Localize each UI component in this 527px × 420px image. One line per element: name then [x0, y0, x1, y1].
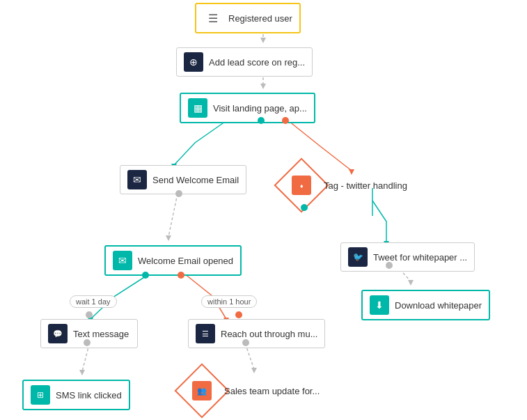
svg-line-6 [168, 194, 178, 237]
sms-icon: 💬 [48, 324, 68, 343]
svg-marker-10 [408, 280, 414, 286]
send-welcome-email-node[interactable]: ✉ Send Welcome Email [120, 165, 246, 194]
reach-out-label: Reach out through mu... [221, 329, 317, 339]
connector-dot-tweet-bottom [386, 262, 393, 269]
send-welcome-email-label: Send Welcome Email [152, 175, 239, 185]
svg-marker-1 [260, 38, 266, 43]
sms-link-clicked-node[interactable]: ⊞ SMS link clicked [22, 380, 130, 410]
svg-marker-14 [79, 370, 85, 375]
connector-dot-visit-orange [282, 117, 289, 124]
wait-1-day-label: wait 1 day [70, 295, 117, 308]
sms-link-clicked-label: SMS link clicked [56, 390, 122, 400]
connector-dot-opened-orange [178, 272, 184, 279]
connector-dot-welcome-bottom [175, 190, 182, 197]
sales-team-update-node[interactable]: 👥 Sales team update for... [182, 371, 343, 410]
download-icon: ⬇ [370, 295, 389, 315]
connector-dot-text-bottom [84, 339, 91, 346]
download-whitepaper-label: Download whitepaper [395, 300, 482, 311]
person-group-icon: 👥 [192, 381, 212, 400]
connector-dot-opened-teal [142, 272, 149, 279]
connector-dot-text-top [86, 311, 93, 318]
connector-dot-reach-bottom [242, 339, 249, 346]
connector-dot-visit-teal [258, 117, 265, 124]
reach-out-icon: ☰ [196, 324, 215, 343]
download-whitepaper-node[interactable]: ⬇ Download whitepaper [361, 290, 490, 320]
envelope-open-icon: ✉ [113, 251, 132, 270]
connector-dot-tag-bottom [301, 204, 308, 211]
visit-landing-page-node[interactable]: ▦ Visit landing page, ap... [180, 93, 315, 123]
connector-dot-reach-top [235, 311, 242, 318]
within-1-hour-label: within 1 hour [201, 295, 257, 308]
text-message-label: Text message [73, 329, 129, 339]
sales-team-update-label: Sales team update for... [224, 386, 320, 396]
tag-icon: ⬧ [292, 176, 311, 195]
plus-circle-icon: ⊕ [184, 52, 203, 72]
welcome-email-opened-label: Welcome Email opened [138, 256, 233, 266]
tweet-whitepaper-node[interactable]: 🐦 Tweet for whitepaper ... [340, 242, 475, 272]
add-lead-score-label: Add lead score on reg... [209, 57, 305, 68]
sms-link-icon: ⊞ [31, 385, 50, 405]
visit-landing-page-label: Visit landing page, ap... [213, 103, 307, 114]
registered-user-node[interactable]: ☰ Registered user [195, 3, 301, 33]
reach-out-node[interactable]: ☰ Reach out through mu... [188, 319, 325, 348]
add-lead-score-node[interactable]: ⊕ Add lead score on reg... [176, 47, 313, 77]
grid-icon: ▦ [188, 98, 207, 118]
welcome-email-opened-node[interactable]: ✉ Welcome Email opened [104, 245, 242, 276]
svg-marker-3 [260, 84, 266, 89]
svg-marker-7 [166, 235, 171, 241]
envelope-icon: ✉ [127, 170, 147, 189]
tag-twitter-node[interactable]: ⬧ Tag - twitter handling [282, 166, 435, 205]
twitter-icon: 🐦 [348, 247, 368, 267]
workflow-canvas: ☰ Registered user ⊕ Add lead score on re… [0, 0, 527, 420]
registered-user-label: Registered user [228, 13, 292, 24]
tweet-whitepaper-label: Tweet for whitepaper ... [373, 252, 467, 263]
list-icon: ☰ [203, 8, 223, 28]
tag-twitter-label: Tag - twitter handling [324, 180, 407, 191]
